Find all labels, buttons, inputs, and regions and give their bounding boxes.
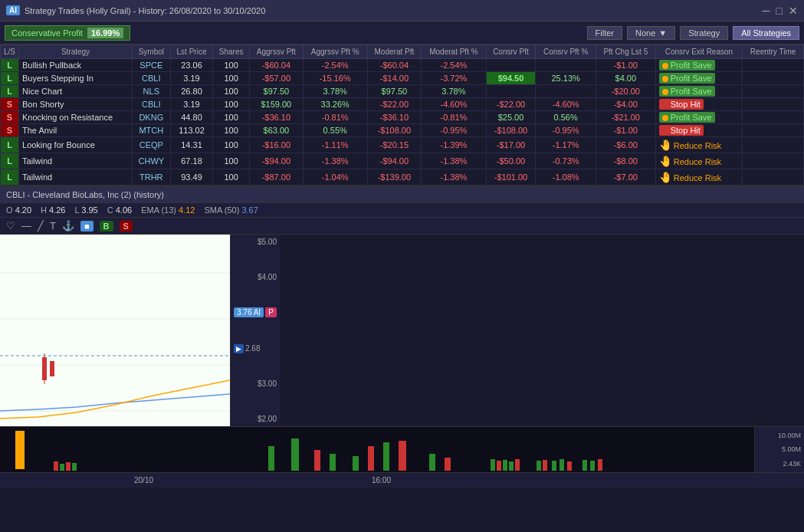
aggrsv-pct-cell: 3.78%: [303, 85, 367, 98]
vol-r5: [515, 459, 520, 471]
header-moderatpftpct: Moderat Pft %: [422, 45, 486, 59]
volume-axis: 10.00M 5.00M 2.43K: [754, 427, 804, 472]
maximize-button[interactable]: □: [776, 5, 783, 17]
heart-icon[interactable]: ♡: [6, 220, 15, 232]
anchor-icon[interactable]: ⚓: [62, 220, 74, 232]
moderat-pct-cell: -0.81%: [422, 111, 486, 124]
reentry-cell: [743, 98, 804, 111]
minimize-button[interactable]: ─: [763, 5, 770, 17]
exit-reason-cell: Stop Hit: [655, 98, 742, 111]
table-row[interactable]: S Knocking on Resistance DKNG 44.80 100 …: [1, 111, 804, 124]
pft-chg-cell: -$21.00: [596, 111, 655, 124]
minus-icon[interactable]: —: [21, 220, 31, 232]
vol-r8: [552, 461, 556, 471]
consrv-pct-cell: -4.60%: [536, 98, 596, 111]
shares-cell: 100: [213, 111, 249, 124]
table-row[interactable]: L Buyers Stepping In CBLI 3.19 100 -$57.…: [1, 72, 804, 85]
conservative-profit-button[interactable]: Conservative Profit 16.99%: [5, 25, 130, 41]
exit-reduce: 🤚Reduce Risk: [659, 173, 721, 182]
consrv-pft-cell: [486, 85, 536, 98]
volume-chart: 10.00M 5.00M 2.43K: [0, 426, 804, 472]
s-button[interactable]: S: [120, 221, 133, 232]
pft-chg-cell: -$8.00: [596, 153, 655, 169]
moderat-pft-cell: $97.50: [367, 85, 422, 98]
shares-cell: 100: [213, 137, 249, 153]
vol-big5: [353, 456, 359, 471]
strategy-button[interactable]: Strategy: [680, 26, 728, 40]
strategy-cell: Knocking on Resistance: [19, 111, 133, 124]
aggrsv-pct-cell: -0.81%: [303, 111, 367, 124]
all-strategies-button[interactable]: All Strategies: [733, 26, 799, 40]
filter-button[interactable]: Filter: [587, 26, 622, 40]
reentry-cell: [743, 124, 804, 137]
chart-tools: ♡ — ╱ T ⚓ ■ B S: [0, 218, 804, 235]
aggrsv-pft-cell: $159.00: [249, 98, 303, 111]
ls-cell: L: [1, 169, 19, 186]
none-button[interactable]: None ▼: [627, 26, 675, 40]
reentry-cell: [743, 72, 804, 85]
volume-svg: [0, 427, 754, 472]
aggrsv-pft-cell: -$57.00: [249, 72, 303, 85]
vol-2k: 2.43K: [758, 460, 801, 468]
vol-big3: [314, 450, 320, 471]
reentry-cell: [743, 59, 804, 72]
table-row[interactable]: L Bullish Pullback SPCE 23.06 100 -$60.0…: [1, 59, 804, 72]
strategy-cell: Looking for Bounce: [19, 137, 133, 153]
table-row[interactable]: S The Anvil MTCH 113.02 100 $63.00 0.55%…: [1, 124, 804, 137]
shares-cell: 100: [213, 98, 249, 111]
aggrsv-pct-cell: -1.11%: [303, 137, 367, 153]
pft-chg-cell: -$7.00: [596, 169, 655, 186]
shares-cell: 100: [213, 124, 249, 137]
pft-chg-cell: -$1.00: [596, 59, 655, 72]
ls-cell: S: [1, 111, 19, 124]
candle-2: [50, 361, 54, 376]
reentry-cell: [743, 153, 804, 169]
moderat-pct-cell: -1.38%: [422, 169, 486, 186]
vol-sml1: [429, 454, 435, 471]
moderat-pft-cell: -$36.10: [367, 111, 422, 124]
pink-label: P: [265, 307, 277, 317]
vol-4: [72, 463, 77, 471]
chart-title: CBLI - Cleveland BioLabs, Inc (2) (histo…: [6, 190, 164, 199]
title-bar: AI Strategy Trades (Holly Grail) - Histo…: [0, 0, 804, 21]
exit-profit-save: Profit Save: [659, 86, 715, 97]
table-row[interactable]: L Tailwind TRHR 93.49 100 -$87.00 -1.04%…: [1, 169, 804, 186]
window-controls[interactable]: ─ □ ✕: [763, 5, 798, 17]
x-label-1: 20/10: [134, 476, 153, 484]
stat-ema: EMA (13) 4.12: [141, 205, 195, 215]
table-row[interactable]: L Tailwind CHWY 67.18 100 -$94.00 -1.38%…: [1, 153, 804, 169]
header-ls: L/S: [1, 45, 19, 59]
header-moderatpft: Moderat Pft: [367, 45, 422, 59]
exit-reason-cell: 🤚Reduce Risk: [655, 169, 742, 186]
exit-reason-cell: Profit Save: [655, 111, 742, 124]
vol-r4: [509, 461, 514, 471]
strategy-cell: Bullish Pullback: [19, 59, 133, 72]
moderat-pct-cell: -0.95%: [422, 124, 486, 137]
aggrsv-pft-cell: -$36.10: [249, 111, 303, 124]
consrv-pft-cell: -$17.00: [486, 137, 536, 153]
price-chart: BUY SELL SELL CBLI 2: [0, 235, 230, 426]
exit-reduce: 🤚Reduce Risk: [659, 141, 721, 150]
vol-10m: 10.00M: [758, 432, 801, 439]
table-row[interactable]: L Nice Chart NLS 26.80 100 $97.50 3.78% …: [1, 85, 804, 98]
aggrsv-pft-cell: -$16.00: [249, 137, 303, 153]
chart-area: CBLI - Cleveland BioLabs, Inc (2) (histo…: [0, 186, 804, 488]
symbol-cell: CBLI: [132, 72, 170, 85]
blue-indicator[interactable]: ■: [80, 221, 94, 232]
table-row[interactable]: S Bon Shorty CBLI 3.19 100 $159.00 33.26…: [1, 98, 804, 111]
exit-reason-cell: Stop Hit: [655, 124, 742, 137]
toolbar: Conservative Profit 16.99% Filter None ▼…: [0, 21, 804, 44]
table-row[interactable]: L Looking for Bounce CEQP 14.31 100 -$16…: [1, 137, 804, 153]
vol-1: [54, 461, 58, 471]
vol-big1: [268, 446, 274, 471]
draw-icon[interactable]: ╱: [38, 220, 44, 232]
moderat-pct-cell: -1.38%: [422, 153, 486, 169]
vol-r12: [590, 461, 595, 471]
text-icon[interactable]: T: [50, 220, 56, 232]
pivot-label: 2.68: [245, 344, 260, 353]
consrv-pct-cell: -0.73%: [536, 153, 596, 169]
b-button[interactable]: B: [100, 221, 113, 232]
reentry-cell: [743, 169, 804, 186]
close-button[interactable]: ✕: [789, 5, 798, 17]
exit-profit-save: Profit Save: [659, 60, 715, 71]
